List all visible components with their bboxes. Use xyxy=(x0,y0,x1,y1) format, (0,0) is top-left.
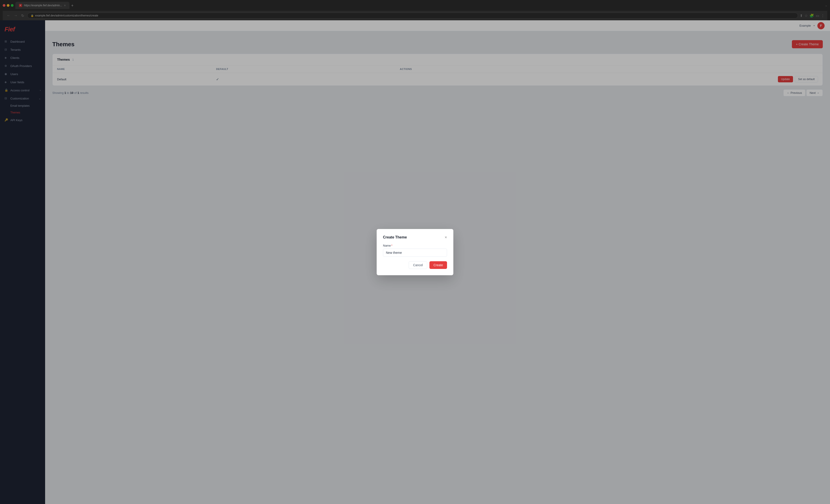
name-label: Name* xyxy=(383,244,447,247)
create-theme-modal: Create Theme × Name* Cancel Create xyxy=(377,229,453,275)
create-button[interactable]: Create xyxy=(429,261,447,269)
modal-footer: Cancel Create xyxy=(383,261,447,269)
modal-title: Create Theme xyxy=(383,235,407,239)
cancel-button[interactable]: Cancel xyxy=(409,261,427,269)
name-input[interactable] xyxy=(383,249,447,257)
modal-header: Create Theme × xyxy=(383,235,447,239)
required-marker: * xyxy=(391,244,392,247)
name-form-group: Name* xyxy=(383,244,447,257)
modal-close-button[interactable]: × xyxy=(445,235,447,239)
modal-overlay[interactable]: Create Theme × Name* Cancel Create xyxy=(0,0,830,504)
